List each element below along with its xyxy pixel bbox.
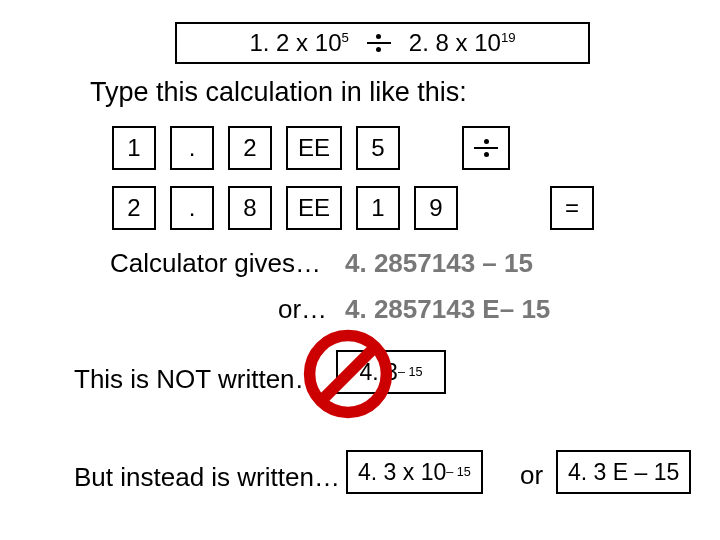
calculator-result-2: 4. 2857143 E– 15 (345, 294, 550, 325)
or-label-2: or (520, 460, 543, 491)
divide-icon (474, 139, 498, 157)
key-1b: 1 (356, 186, 400, 230)
instruction-text: Type this calculation in like this: (90, 77, 467, 108)
correct-notation-box: 4. 3 x 10– 15 (346, 450, 483, 494)
wrong-notation-box: 4. 3– 15 (336, 350, 446, 394)
key-dot-b: . (170, 186, 214, 230)
or-label: or… (278, 294, 327, 325)
key-1: 1 (112, 126, 156, 170)
expr-right-base: 2. 8 x 10 (409, 29, 501, 56)
key-dot: . (170, 126, 214, 170)
not-written-label: This is NOT written… (74, 364, 321, 395)
expr-left-exp: 5 (341, 30, 348, 45)
key-divide (462, 126, 510, 170)
key-row-1: 1 . 2 EE 5 (112, 126, 510, 170)
wrong-base: 4. 3 (360, 359, 398, 386)
expr-left-base: 1. 2 x 10 (249, 29, 341, 56)
alternative-notation-box: 4. 3 E – 15 (556, 450, 691, 494)
expression-box: 1. 2 x 105 2. 8 x 1019 (175, 22, 590, 64)
expr-right-exp: 19 (501, 30, 516, 45)
key-ee: EE (286, 126, 342, 170)
key-equals: = (550, 186, 594, 230)
key-5: 5 (356, 126, 400, 170)
key-row-2: 2 . 8 EE 1 9 = (112, 186, 594, 230)
key-8: 8 (228, 186, 272, 230)
key-ee-b: EE (286, 186, 342, 230)
divide-icon (367, 34, 391, 52)
key-2b: 2 (112, 186, 156, 230)
key-9: 9 (414, 186, 458, 230)
instead-label: But instead is written… (74, 462, 340, 493)
expression-right: 2. 8 x 1019 (391, 29, 534, 57)
expression-left: 1. 2 x 105 (231, 29, 366, 57)
calculator-result-1: 4. 2857143 – 15 (345, 248, 533, 279)
key-2: 2 (228, 126, 272, 170)
correct-base: 4. 3 x 10 (358, 459, 446, 486)
calculator-gives-label: Calculator gives… (110, 248, 321, 279)
